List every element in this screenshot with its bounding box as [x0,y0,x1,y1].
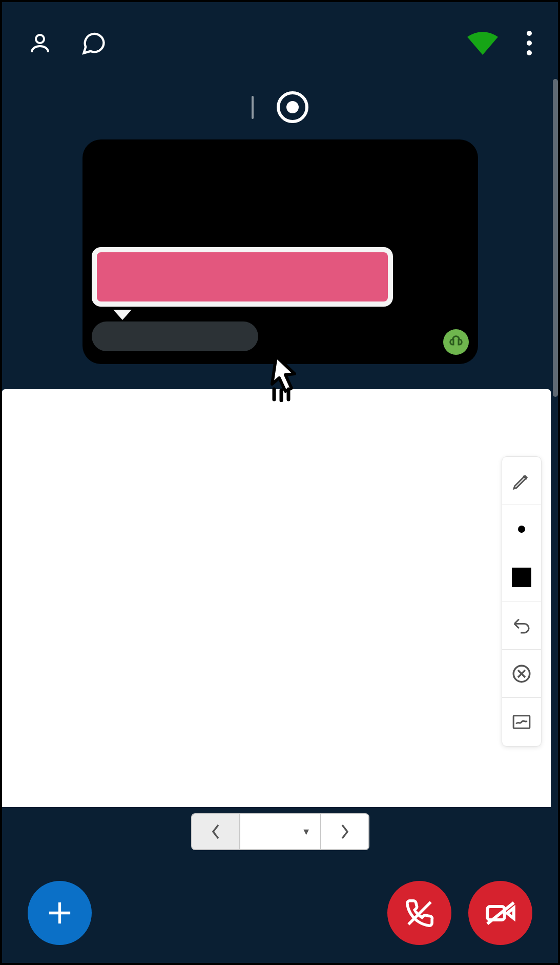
svg-point-3 [527,50,532,55]
topbar-left [28,30,107,56]
video-tile[interactable] [82,139,478,364]
topbar-right [467,30,532,56]
app-root: ▼ [2,2,558,963]
undo-tool[interactable] [502,601,541,650]
slide-select[interactable]: ▼ [239,814,321,849]
record-dot-icon [286,101,299,113]
more-options-button[interactable] [526,30,532,56]
subtitle-bubble-tail [113,310,132,320]
record-button[interactable] [277,91,308,123]
toggle-camera-button[interactable] [468,881,532,945]
audio-status-badge [443,329,469,355]
presentation-tool[interactable] [502,698,541,746]
dropdown-caret-icon: ▼ [302,827,311,837]
add-fab[interactable] [28,881,92,945]
participant-name-pill[interactable] [92,321,258,351]
slide-pager: ▼ [191,813,369,850]
color-tool[interactable] [502,553,541,601]
connection-indicator[interactable] [467,32,498,55]
svg-point-0 [36,35,44,43]
scrollbar[interactable] [553,79,558,397]
color-swatch-icon [512,568,531,587]
drawing-toolbar [502,456,542,747]
end-call-button[interactable] [387,881,451,945]
next-slide-button[interactable] [321,814,368,849]
clear-tool[interactable] [502,650,541,698]
title-divider [252,96,254,119]
svg-point-2 [527,41,532,46]
thickness-dot-icon [518,526,525,533]
participants-button[interactable] [28,31,52,55]
subtitle-bubble [92,247,393,307]
topbar [2,2,558,84]
pencil-tool[interactable] [502,457,541,505]
title-row [2,84,558,130]
chat-button[interactable] [80,30,107,56]
svg-point-1 [527,31,532,36]
prev-slide-button[interactable] [192,814,239,849]
whiteboard-area[interactable] [2,389,551,807]
bottom-bar [2,860,558,963]
thickness-tool[interactable] [502,505,541,553]
